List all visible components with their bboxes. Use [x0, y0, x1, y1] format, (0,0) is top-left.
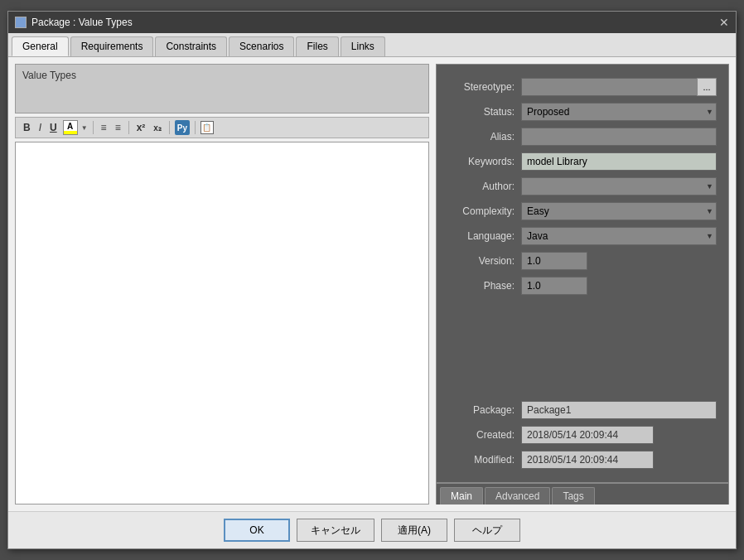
complexity-select-wrapper: Easy Medium Hard ▼	[521, 202, 717, 220]
main-tabs: General Requirements Constraints Scenari…	[8, 33, 736, 57]
tab-scenarios[interactable]: Scenarios	[229, 36, 294, 56]
left-panel: Value Types B I U A ▼ ≡ ≡ x²	[15, 64, 429, 504]
divider-3	[169, 121, 170, 134]
right-panel: Stereotype: ... Status: Proposed Approv	[436, 64, 729, 504]
language-row: Language: Java C++ Python C# ▼	[448, 227, 717, 245]
author-select[interactable]	[521, 177, 717, 196]
tab-links[interactable]: Links	[341, 36, 385, 56]
complexity-label: Complexity:	[448, 205, 515, 217]
created-row: Created:	[448, 426, 717, 444]
stereotype-label: Stereotype:	[448, 81, 515, 93]
name-label: Value Types	[22, 70, 422, 81]
bold-button[interactable]: B	[21, 121, 33, 134]
complexity-row: Complexity: Easy Medium Hard ▼	[448, 202, 717, 220]
language-label: Language:	[448, 230, 515, 242]
stereotype-row: Stereotype: ...	[448, 78, 717, 96]
tab-general[interactable]: General	[12, 36, 69, 56]
window-title: Package : Value Types	[31, 17, 133, 28]
superscript-button[interactable]: x²	[134, 121, 148, 134]
status-select-wrapper: Proposed Approved Rejected ▼	[521, 103, 717, 121]
author-row: Author: ▼	[448, 177, 717, 196]
keywords-row: Keywords:	[448, 152, 717, 171]
title-bar-left: Package : Value Types	[15, 17, 133, 28]
color-dropdown-arrow[interactable]: ▼	[81, 124, 88, 132]
status-row: Status: Proposed Approved Rejected ▼	[448, 103, 717, 121]
author-select-wrapper: ▼	[521, 177, 717, 196]
tab-tags[interactable]: Tags	[552, 487, 594, 504]
package-input[interactable]	[521, 401, 717, 419]
phase-label: Phase:	[448, 280, 515, 292]
modified-label: Modified:	[448, 454, 515, 466]
language-select[interactable]: Java C++ Python C#	[521, 227, 717, 245]
close-button[interactable]: ✕	[719, 17, 729, 28]
stereotype-browse-button[interactable]: ...	[697, 78, 717, 96]
created-input	[521, 426, 654, 444]
divider-1	[93, 121, 94, 134]
version-row: Version:	[448, 252, 717, 270]
main-split: Value Types B I U A ▼ ≡ ≡ x²	[15, 64, 729, 504]
author-label: Author:	[448, 181, 515, 192]
font-color-button[interactable]: A	[63, 120, 78, 135]
phase-row: Phase:	[448, 277, 717, 295]
divider-4	[195, 121, 196, 134]
phase-input[interactable]	[521, 277, 587, 295]
help-button[interactable]: ヘルプ	[454, 519, 520, 542]
editor-area[interactable]	[15, 142, 429, 504]
copy-icon[interactable]: 📋	[200, 121, 214, 134]
tab-constraints[interactable]: Constraints	[155, 36, 227, 56]
editor-toolbar: B I U A ▼ ≡ ≡ x² x₂ Py	[15, 117, 429, 138]
created-label: Created:	[448, 429, 515, 441]
right-bottom-tabs: Main Advanced Tags	[436, 483, 729, 504]
stereotype-input-group: ...	[521, 78, 717, 96]
ok-button[interactable]: OK	[224, 519, 290, 542]
tab-requirements[interactable]: Requirements	[70, 36, 154, 56]
tab-advanced[interactable]: Advanced	[485, 487, 550, 504]
modified-row: Modified:	[448, 451, 717, 469]
name-box: Value Types	[15, 64, 429, 113]
alias-label: Alias:	[448, 131, 515, 142]
subscript-button[interactable]: x₂	[151, 123, 164, 133]
status-select[interactable]: Proposed Approved Rejected	[521, 103, 717, 121]
tab-files[interactable]: Files	[296, 36, 338, 56]
main-window: Package : Value Types ✕ General Requirem…	[7, 11, 737, 549]
complexity-select[interactable]: Easy Medium Hard	[521, 202, 717, 220]
apply-button[interactable]: 適用(A)	[381, 519, 447, 542]
keywords-label: Keywords:	[448, 156, 515, 167]
tab-main[interactable]: Main	[440, 487, 483, 504]
version-label: Version:	[448, 255, 515, 267]
keywords-input[interactable]	[521, 152, 717, 171]
title-bar: Package : Value Types ✕	[8, 12, 736, 33]
package-label: Package:	[448, 404, 515, 416]
content-area: Value Types B I U A ▼ ≡ ≡ x²	[8, 57, 736, 511]
window-icon	[15, 17, 27, 28]
alias-row: Alias:	[448, 128, 717, 146]
right-form: Stereotype: ... Status: Proposed Approv	[436, 64, 729, 483]
bottom-bar: OK キャンセル 適用(A) ヘルプ	[8, 511, 736, 548]
language-select-wrapper: Java C++ Python C# ▼	[521, 227, 717, 245]
version-input[interactable]	[521, 252, 587, 270]
underline-button[interactable]: U	[47, 121, 60, 134]
italic-button[interactable]: I	[36, 121, 44, 134]
python-icon[interactable]: Py	[175, 120, 190, 135]
package-row: Package:	[448, 401, 717, 419]
divider-2	[128, 121, 129, 134]
stereotype-input[interactable]	[521, 78, 697, 96]
bullet-list-button[interactable]: ≡	[99, 121, 109, 134]
cancel-button[interactable]: キャンセル	[297, 519, 374, 542]
alias-input[interactable]	[521, 128, 717, 146]
numbered-list-button[interactable]: ≡	[113, 121, 123, 134]
modified-input	[521, 451, 654, 469]
status-label: Status:	[448, 106, 515, 118]
